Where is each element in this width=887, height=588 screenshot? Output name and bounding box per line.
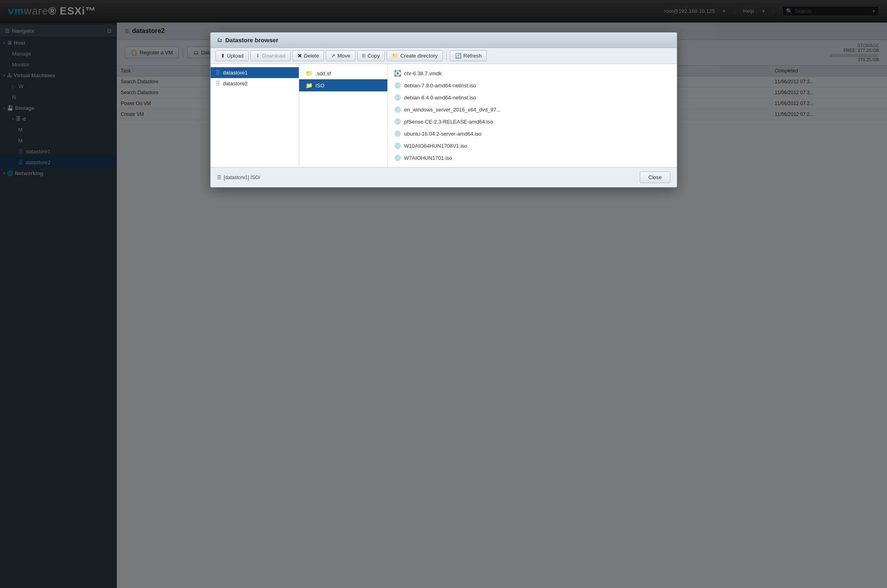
modal-tree-panel: 🗄 datastore1 🗄 datastore2 (211, 64, 299, 167)
file-item[interactable]: 💿debian-7.9.0-amd64-netinst.iso (388, 79, 677, 91)
delete-icon: ✖ (298, 53, 302, 59)
iso-icon: 💿 (394, 118, 401, 125)
upload-button[interactable]: ⬆ Upload (215, 50, 249, 61)
create-dir-icon: 📁 (392, 53, 398, 59)
file-item[interactable]: 💿W7AIOHUN1701.iso (388, 152, 677, 164)
create-dir-label: Create directory (400, 53, 437, 59)
modal-footer: ☰ [datastore1] ISO/ Close (211, 167, 677, 187)
folder-iso-label: ISO (316, 83, 325, 89)
file-name: pfSense-CE-2.3-RELEASE-amd64.iso (404, 119, 493, 125)
download-icon: ⬇ (256, 53, 260, 59)
tree-ds2-label: datastore2 (223, 80, 248, 87)
tree-ds2-icon: 🗄 (215, 80, 221, 87)
modal-overlay: 🗂 Datastore browser ⬆ Upload ⬇ Download … (0, 0, 887, 588)
tree-ds1-icon: 🗄 (215, 70, 221, 76)
file-name: W7AIOHUN1701.iso (404, 155, 452, 161)
modal-toolbar-sep (446, 52, 447, 60)
iso-icon: 💿 (394, 82, 401, 89)
iso-icon: 💿 (394, 142, 401, 149)
file-item[interactable]: 💿debian-8.4.0-amd64-netinst.iso (388, 91, 677, 103)
iso-icon: 💿 (394, 106, 401, 113)
iso-icon: 💿 (394, 94, 401, 101)
tree-item-datastore2[interactable]: 🗄 datastore2 (211, 78, 299, 89)
folder-iso[interactable]: 📁 ISO (299, 79, 387, 91)
path-label: [datastore1] ISO/ (224, 175, 261, 180)
file-item[interactable]: 💿ubuntu-16.04.2-server-amd64.iso (388, 128, 677, 140)
delete-button[interactable]: ✖ Delete (292, 50, 325, 61)
modal-title: Datastore browser (225, 37, 279, 43)
folder-sdd-label: .sdd.sf (316, 70, 331, 76)
file-item[interactable]: 💿en_windows_server_2016_x64_dvd_97... (388, 103, 677, 116)
file-name: en_windows_server_2016_x64_dvd_97... (404, 107, 501, 113)
copy-label: Copy (368, 53, 380, 59)
iso-icon: 💿 (394, 155, 401, 161)
download-button[interactable]: ⬇ Download (250, 50, 291, 61)
copy-button[interactable]: ⎘ Copy (357, 50, 385, 61)
modal-files-panel: 💽chr-6.38.7.vmdk💿debian-7.9.0-amd64-neti… (388, 64, 677, 167)
upload-icon: ⬆ (221, 53, 225, 59)
modal-refresh-button[interactable]: 🔄 Refresh (450, 50, 487, 61)
modal-refresh-icon: 🔄 (455, 53, 461, 59)
file-item[interactable]: 💿W10AIO64HUN1708V1.iso (388, 140, 677, 152)
iso-icon: 💿 (394, 130, 401, 137)
modal-folders-panel: 📁 .sdd.sf 📁 ISO (299, 64, 388, 167)
move-button[interactable]: ↗ Move (326, 50, 356, 61)
move-label: Move (337, 53, 350, 59)
download-label: Download (262, 53, 285, 59)
modal-header: 🗂 Datastore browser (211, 33, 677, 48)
modal-path: ☰ [datastore1] ISO/ (217, 175, 261, 180)
copy-icon: ⎘ (362, 53, 366, 59)
modal-toolbar: ⬆ Upload ⬇ Download ✖ Delete ↗ Move ⎘ Co… (211, 48, 677, 64)
file-name: debian-8.4.0-amd64-netinst.iso (404, 95, 476, 101)
move-icon: ↗ (331, 53, 335, 59)
folder-sdd[interactable]: 📁 .sdd.sf (299, 67, 387, 79)
file-name: ubuntu-16.04.2-server-amd64.iso (404, 131, 482, 137)
file-item[interactable]: 💿pfSense-CE-2.3-RELEASE-amd64.iso (388, 116, 677, 128)
modal-title-icon: 🗂 (217, 37, 222, 43)
file-item[interactable]: 💽chr-6.38.7.vmdk (388, 67, 677, 79)
vmdk-icon: 💽 (394, 70, 401, 76)
folder-sdd-icon: 📁 (306, 70, 312, 76)
close-button[interactable]: Close (640, 171, 670, 183)
file-name: debian-7.9.0-amd64-netinst.iso (404, 83, 476, 89)
file-name: chr-6.38.7.vmdk (404, 70, 442, 76)
create-dir-button[interactable]: 📁 Create directory (387, 50, 442, 61)
folder-iso-icon: 📁 (306, 82, 312, 89)
datastore-browser-modal: 🗂 Datastore browser ⬆ Upload ⬇ Download … (210, 32, 677, 188)
modal-body: 🗄 datastore1 🗄 datastore2 📁 .sdd.sf 📁 IS… (211, 64, 677, 167)
tree-item-datastore1[interactable]: 🗄 datastore1 (211, 67, 299, 78)
file-name: W10AIO64HUN1708V1.iso (404, 143, 467, 149)
delete-label: Delete (304, 53, 319, 59)
tree-ds1-label: datastore1 (223, 70, 248, 76)
path-icon: ☰ (217, 175, 221, 180)
modal-refresh-label: Refresh (463, 53, 482, 59)
upload-label: Upload (227, 53, 244, 59)
